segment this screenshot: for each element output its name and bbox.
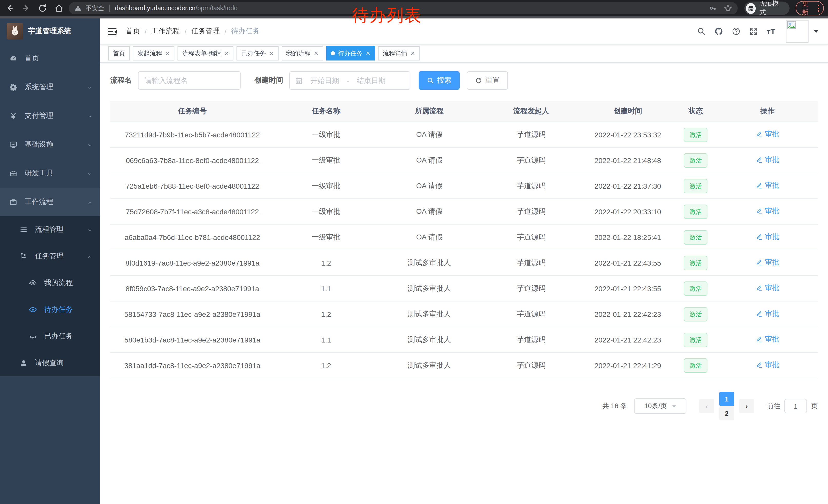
cell-time: 2022-01-22 23:53:32 (581, 122, 674, 147)
tab-close-icon[interactable]: ✕ (224, 50, 229, 57)
sidebar-item-支付管理[interactable]: 支付管理 (0, 101, 100, 130)
status-badge: 激活 (684, 332, 707, 347)
approve-link[interactable]: 审批 (756, 258, 779, 267)
approve-link[interactable]: 审批 (756, 335, 779, 344)
approve-link[interactable]: 审批 (756, 232, 779, 241)
sidebar-item-待办任务[interactable]: 待办任务 (0, 296, 100, 323)
font-size-icon[interactable]: тT (762, 18, 780, 44)
security-label[interactable]: 不安全 (86, 4, 104, 12)
approve-link-label: 审批 (765, 258, 779, 267)
tab-close-icon[interactable]: ✕ (314, 50, 318, 57)
goto-page-input[interactable] (784, 399, 807, 413)
sidebar-item-首页[interactable]: 首页 (0, 44, 100, 73)
approve-link[interactable]: 审批 (756, 207, 779, 216)
page-button-1[interactable]: 1 (719, 392, 734, 406)
breadcrumb-item-任务管理[interactable]: 任务管理 (191, 27, 220, 36)
navbar: 首页/工作流程/任务管理/待办任务 тT (100, 18, 828, 45)
process-name-input[interactable] (138, 71, 241, 90)
tab-close-icon[interactable]: ✕ (269, 50, 274, 57)
approve-link[interactable]: 审批 (756, 181, 779, 190)
screenshot-root: 不安全 dashboard.yudao.iocoder.cn/bpm/task/… (0, 0, 828, 504)
sidebar-menu: 首页系统管理支付管理基础设施研发工具工作流程流程管理任务管理我的流程待办任务已办… (0, 44, 100, 504)
page-button-2[interactable]: 2 (719, 406, 734, 420)
prev-page-button[interactable]: ‹ (699, 399, 714, 413)
sidebar-item-我的流程[interactable]: 我的流程 (0, 270, 100, 296)
active-tab-dot (331, 51, 335, 55)
cell-process: OA 请假 (378, 224, 481, 250)
sidebar-item-请假查询[interactable]: 请假查询 (0, 350, 100, 376)
approve-link[interactable]: 审批 (756, 130, 779, 139)
help-icon[interactable] (728, 18, 745, 44)
search-icon[interactable] (693, 18, 710, 44)
page-url[interactable]: dashboard.yudao.iocoder.cn/bpm/task/todo (115, 5, 238, 12)
tree-icon (19, 252, 28, 261)
tab-流程详情[interactable]: 流程详情✕ (378, 46, 420, 60)
tab-close-icon[interactable]: ✕ (366, 50, 370, 57)
tab-label: 我的流程 (286, 49, 310, 58)
date-range-picker[interactable]: - (289, 71, 410, 90)
tab-首页[interactable]: 首页 (108, 46, 130, 60)
pen-icon (756, 310, 763, 317)
approve-link-label: 审批 (765, 309, 779, 318)
annotation-overlay-text: 待办列表 (352, 4, 422, 27)
app-logo-row[interactable]: 芋道管理系统 (0, 18, 100, 44)
avatar[interactable] (786, 20, 809, 43)
approve-link-label: 审批 (765, 181, 779, 190)
not-secure-warning-icon[interactable] (74, 4, 82, 12)
tab-发起流程[interactable]: 发起流程✕ (133, 46, 174, 60)
tab-close-icon[interactable]: ✕ (410, 50, 415, 57)
github-icon[interactable] (710, 18, 728, 44)
tab-close-icon[interactable]: ✕ (165, 50, 170, 57)
cell-time: 2022-01-21 22:42:23 (581, 301, 674, 327)
sidebar-item-任务管理[interactable]: 任务管理 (0, 243, 100, 270)
cell-name: 一级审批 (275, 224, 378, 250)
home-icon[interactable] (54, 4, 64, 13)
incognito-icon (746, 3, 756, 13)
chevron-down-icon (87, 113, 93, 119)
tab-我的流程[interactable]: 我的流程✕ (281, 46, 323, 60)
breadcrumb-item-待办任务: 待办任务 (231, 27, 260, 36)
breadcrumb-item-工作流程[interactable]: 工作流程 (151, 27, 180, 36)
next-page-button[interactable]: › (739, 399, 754, 413)
reload-icon[interactable] (38, 4, 47, 13)
sidebar-item-流程管理[interactable]: 流程管理 (0, 216, 100, 243)
tab-已办任务[interactable]: 已办任务✕ (237, 46, 278, 60)
start-date-input[interactable] (305, 76, 345, 85)
fullscreen-icon[interactable] (745, 18, 762, 44)
approve-link[interactable]: 审批 (756, 360, 779, 370)
sidebar-toggle-icon[interactable] (107, 26, 118, 36)
tab-流程表单-编辑[interactable]: 流程表单-编辑✕ (177, 46, 234, 60)
tab-待办任务[interactable]: 待办任务✕ (326, 46, 375, 60)
approve-link-label: 审批 (765, 360, 779, 370)
approve-link[interactable]: 审批 (756, 155, 779, 165)
todo-task-table: 任务编号任务名称所属流程流程发起人创建时间状态操作 73211d9d-7b9b-… (110, 101, 818, 378)
cell-id: 73211d9d-7b9b-11ec-b5b7-acde48001122 (110, 122, 275, 147)
sidebar-item-基础设施[interactable]: 基础设施 (0, 130, 100, 159)
sidebar-item-已办任务[interactable]: 已办任务 (0, 323, 100, 350)
update-button[interactable]: 更新 (795, 1, 824, 15)
approve-link[interactable]: 审批 (756, 309, 779, 318)
tab-label: 已办任务 (241, 49, 266, 58)
browser-menu-icon[interactable] (818, 5, 819, 12)
cell-status: 激活 (674, 199, 717, 224)
avatar-caret-icon[interactable] (814, 30, 819, 33)
approve-link[interactable]: 审批 (756, 283, 779, 293)
cell-name: 1.1 (275, 327, 378, 353)
cell-action: 审批 (717, 301, 818, 327)
forward-icon[interactable] (22, 4, 31, 13)
reset-button[interactable]: 重置 (467, 71, 508, 90)
back-icon[interactable] (5, 4, 14, 13)
breadcrumb-item-首页[interactable]: 首页 (126, 27, 140, 36)
end-date-input[interactable] (351, 76, 391, 85)
cell-action: 审批 (717, 173, 818, 199)
page-size-select[interactable]: 10条/页 (634, 398, 687, 414)
search-button[interactable]: 搜索 (419, 71, 460, 90)
sidebar-item-研发工具[interactable]: 研发工具 (0, 159, 100, 188)
key-icon[interactable] (709, 4, 717, 12)
bookmark-star-icon[interactable] (723, 4, 733, 13)
sidebar-item-系统管理[interactable]: 系统管理 (0, 73, 100, 101)
sidebar-item-工作流程[interactable]: 工作流程 (0, 188, 100, 216)
tab-label: 流程表单-编辑 (182, 49, 221, 58)
date-range-separator: - (347, 77, 349, 85)
status-badge: 激活 (684, 256, 707, 270)
